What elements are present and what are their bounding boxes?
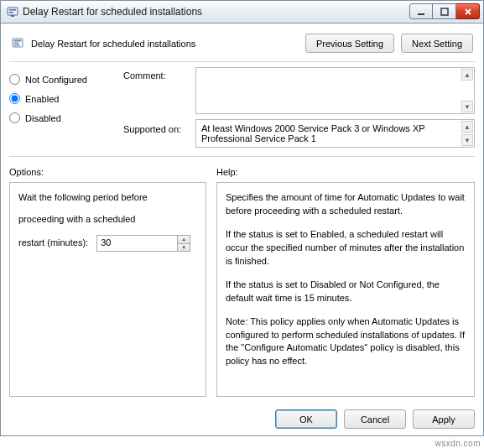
- svg-rect-3: [11, 15, 14, 17]
- supported-scroll-up-icon[interactable]: ▲: [461, 121, 473, 133]
- help-paragraph-1: Specifies the amount of time for Automat…: [226, 191, 466, 218]
- supported-on-text: At least Windows 2000 Service Pack 3 or …: [201, 123, 424, 143]
- supported-on-textbox: At least Windows 2000 Service Pack 3 or …: [195, 119, 475, 148]
- close-button[interactable]: [456, 3, 480, 19]
- spinner-buttons: ▲ ▼: [177, 235, 190, 252]
- state-radio-group: Not Configured Enabled Disabled: [9, 67, 118, 132]
- previous-setting-button[interactable]: Previous Setting: [305, 34, 394, 53]
- svg-rect-7: [14, 39, 22, 41]
- title-bar: Delay Restart for scheduled installation…: [0, 0, 484, 23]
- radio-enabled-input[interactable]: [9, 93, 20, 104]
- window-controls: [409, 3, 480, 20]
- options-text-line2: proceeding with a scheduled: [18, 213, 197, 227]
- cancel-button[interactable]: Cancel: [344, 409, 406, 429]
- radio-not-configured-label: Not Configured: [25, 75, 87, 85]
- restart-minutes-spinner[interactable]: ▲ ▼: [96, 235, 190, 252]
- svg-rect-0: [8, 8, 18, 15]
- radio-enabled[interactable]: Enabled: [9, 93, 118, 104]
- policy-icon: [11, 37, 24, 50]
- apply-button[interactable]: Apply: [413, 409, 475, 429]
- spinner-down-icon[interactable]: ▼: [178, 243, 190, 252]
- separator-2: [9, 156, 475, 157]
- comment-textbox[interactable]: ▲ ▼: [195, 67, 475, 114]
- header-row: Delay Restart for scheduled installation…: [9, 30, 475, 60]
- options-column: Options: Wait the following period befor…: [9, 167, 206, 397]
- split-pane: Options: Wait the following period befor…: [9, 167, 475, 397]
- svg-rect-8: [14, 42, 19, 44]
- minimize-button[interactable]: [409, 3, 433, 19]
- svg-rect-4: [418, 13, 424, 15]
- restart-minutes-input[interactable]: [96, 235, 177, 252]
- help-column: Help: Specifies the amount of time for A…: [216, 167, 475, 397]
- spinner-up-icon[interactable]: ▲: [178, 236, 190, 243]
- help-heading: Help:: [216, 167, 475, 177]
- svg-rect-2: [9, 12, 13, 13]
- restart-minutes-label: restart (minutes):: [18, 237, 88, 250]
- svg-rect-5: [441, 8, 448, 15]
- footer-buttons: OK Cancel Apply: [275, 409, 475, 429]
- help-paragraph-3: If the status is set to Disabled or Not …: [226, 279, 466, 305]
- comment-label: Comment:: [123, 67, 190, 81]
- radio-not-configured[interactable]: Not Configured: [9, 74, 118, 85]
- ok-button[interactable]: OK: [275, 409, 337, 429]
- options-heading: Options:: [9, 167, 206, 177]
- options-text-line1: Wait the following period before: [18, 191, 197, 205]
- maximize-button[interactable]: [433, 3, 456, 19]
- page-title: Delay Restart for scheduled installation…: [31, 39, 299, 49]
- watermark: wsxdn.com: [435, 439, 481, 448]
- radio-disabled-input[interactable]: [9, 112, 20, 123]
- supported-scroll-down-icon[interactable]: ▼: [461, 134, 473, 146]
- help-paragraph-2: If the status is set to Enabled, a sched…: [226, 228, 466, 268]
- comment-scroll-up-icon[interactable]: ▲: [461, 69, 473, 81]
- comment-scroll-down-icon[interactable]: ▼: [461, 101, 473, 112]
- options-panel: Wait the following period before proceed…: [9, 182, 206, 397]
- supported-on-label: Supported on:: [123, 119, 190, 134]
- help-panel: Specifies the amount of time for Automat…: [216, 182, 475, 397]
- window-body: Delay Restart for scheduled installation…: [0, 23, 484, 436]
- radio-disabled[interactable]: Disabled: [9, 112, 118, 123]
- separator: [9, 61, 475, 62]
- svg-rect-9: [14, 44, 20, 46]
- svg-rect-1: [9, 9, 16, 11]
- restart-minutes-row: restart (minutes): ▲ ▼: [18, 235, 197, 252]
- radio-enabled-label: Enabled: [25, 94, 59, 104]
- radio-disabled-label: Disabled: [25, 113, 61, 123]
- app-icon: [6, 5, 19, 18]
- window-title: Delay Restart for scheduled installation…: [19, 6, 409, 18]
- help-paragraph-4: Note: This policy applies only when Auto…: [226, 315, 466, 369]
- settings-grid: Not Configured Enabled Disabled Comment:…: [9, 67, 475, 148]
- radio-not-configured-input[interactable]: [9, 74, 20, 85]
- next-setting-button[interactable]: Next Setting: [401, 34, 473, 53]
